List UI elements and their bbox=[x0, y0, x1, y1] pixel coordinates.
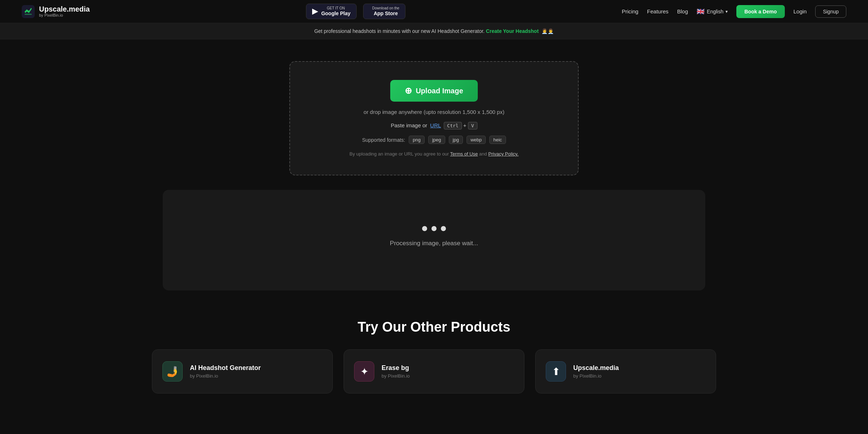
keyboard-hint-ctrl: Ctrl + V bbox=[444, 122, 477, 128]
google-play-text: GET IT ON Google Play bbox=[321, 6, 350, 17]
loading-dot-2 bbox=[431, 226, 437, 231]
product-card-erase[interactable]: ✦ Erase bg by PixelBin.io bbox=[344, 349, 524, 393]
erase-sub: by PixelBin.io bbox=[382, 373, 410, 379]
product-card-upscale[interactable]: ⬆ Upscale.media by PixelBin.io bbox=[535, 349, 716, 393]
upload-button-label: Upload Image bbox=[416, 87, 463, 95]
upload-hint: or drop image anywhere (upto resolution … bbox=[363, 109, 504, 115]
format-jpg: jpg bbox=[449, 136, 463, 144]
ctrl-key: Ctrl bbox=[444, 122, 461, 129]
banner-cta[interactable]: Create Your Headshot bbox=[486, 28, 539, 34]
loading-dot-3 bbox=[441, 226, 446, 231]
features-link[interactable]: Features bbox=[647, 8, 668, 14]
format-png: png bbox=[409, 136, 425, 144]
language-selector[interactable]: 🇬🇧 English ▾ bbox=[697, 8, 728, 16]
upscale-icon: ⬆ bbox=[546, 361, 566, 382]
svg-rect-1 bbox=[25, 14, 32, 15]
app-store-button[interactable]: Download on the App Store bbox=[363, 4, 405, 19]
other-products-title: Try Our Other Products bbox=[358, 319, 510, 335]
navbar-center: ▶ GET IT ON Google Play Download on the … bbox=[306, 4, 405, 19]
loading-dots bbox=[422, 226, 446, 231]
login-button[interactable]: Login bbox=[793, 8, 807, 14]
erase-card-text: Erase bg by PixelBin.io bbox=[382, 364, 410, 379]
v-key: V bbox=[468, 122, 477, 129]
banner-text: Get professional headshots in minutes wi… bbox=[314, 28, 485, 34]
paste-row: Paste image or URL Ctrl + V bbox=[391, 122, 477, 128]
blog-link[interactable]: Blog bbox=[677, 8, 688, 14]
format-jpeg: jpeg bbox=[428, 136, 445, 144]
google-play-label: GET IT ON bbox=[321, 6, 350, 10]
navbar-right: Pricing Features Blog 🇬🇧 English ▾ Book … bbox=[622, 5, 846, 18]
google-play-button[interactable]: ▶ GET IT ON Google Play bbox=[306, 4, 357, 19]
headshot-icon: 🤳 bbox=[162, 361, 183, 382]
flag-icon: 🇬🇧 bbox=[697, 8, 705, 16]
chevron-down-icon: ▾ bbox=[726, 9, 728, 14]
navbar-left: Upscale.media by PixelBin.io bbox=[22, 5, 90, 18]
tos-and: and bbox=[479, 151, 487, 157]
headshot-sub: by PixelBin.io bbox=[190, 373, 261, 379]
upload-area: ⊕ Upload Image or drop image anywhere (u… bbox=[289, 61, 579, 175]
upscale-name: Upscale.media bbox=[573, 364, 619, 372]
app-store-name: App Store bbox=[372, 10, 399, 17]
loading-dot-1 bbox=[422, 226, 427, 231]
products-grid: 🤳 AI Headshot Generator by PixelBin.io ✦… bbox=[152, 349, 716, 393]
format-heic: heic bbox=[489, 136, 506, 144]
signup-button[interactable]: Signup bbox=[815, 5, 846, 18]
upload-image-button[interactable]: ⊕ Upload Image bbox=[390, 80, 477, 102]
headshot-name: AI Headshot Generator bbox=[190, 364, 261, 372]
tos-text: By uploading an image or URL you agree t… bbox=[349, 151, 518, 157]
navbar: Upscale.media by PixelBin.io ▶ GET IT ON… bbox=[0, 0, 868, 23]
processing-text: Processing image, please wait... bbox=[390, 240, 478, 247]
formats-label: Supported formats: bbox=[362, 137, 405, 143]
logo-name: Upscale.media bbox=[39, 5, 90, 13]
erase-icon: ✦ bbox=[354, 361, 374, 382]
language-label: English bbox=[707, 9, 723, 14]
erase-name: Erase bg bbox=[382, 364, 410, 372]
logo-text: Upscale.media by PixelBin.io bbox=[39, 5, 90, 17]
upscale-sub: by PixelBin.io bbox=[573, 373, 619, 379]
headshot-card-text: AI Headshot Generator by PixelBin.io bbox=[190, 364, 261, 379]
app-store-label: Download on the bbox=[372, 6, 399, 10]
processing-section: Processing image, please wait... bbox=[163, 190, 705, 290]
upscale-card-text: Upscale.media by PixelBin.io bbox=[573, 364, 619, 379]
book-demo-button[interactable]: Book a Demo bbox=[736, 5, 784, 18]
promo-banner: Get professional headshots in minutes wi… bbox=[0, 23, 868, 39]
paste-label: Paste image or bbox=[391, 122, 427, 128]
google-play-icon: ▶ bbox=[312, 7, 318, 16]
pricing-link[interactable]: Pricing bbox=[622, 8, 638, 14]
paste-url-link[interactable]: URL bbox=[430, 122, 441, 128]
privacy-link[interactable]: Privacy Policy. bbox=[488, 151, 519, 157]
other-products-section: Try Our Other Products 🤳 AI Headshot Gen… bbox=[0, 319, 868, 393]
google-play-name: Google Play bbox=[321, 10, 350, 17]
formats-row: Supported formats: png jpeg jpg webp hei… bbox=[362, 136, 506, 144]
plus-circle-icon: ⊕ bbox=[405, 86, 412, 96]
tos-prefix: By uploading an image or URL you agree t… bbox=[349, 151, 449, 157]
product-card-headshot[interactable]: 🤳 AI Headshot Generator by PixelBin.io bbox=[152, 349, 333, 393]
logo-icon bbox=[22, 5, 35, 18]
app-store-text: Download on the App Store bbox=[372, 6, 399, 17]
format-webp: webp bbox=[467, 136, 486, 144]
main-content: ⊕ Upload Image or drop image anywhere (u… bbox=[0, 39, 868, 408]
logo-sub: by PixelBin.io bbox=[39, 13, 90, 17]
terms-link[interactable]: Terms of Use bbox=[450, 151, 478, 157]
